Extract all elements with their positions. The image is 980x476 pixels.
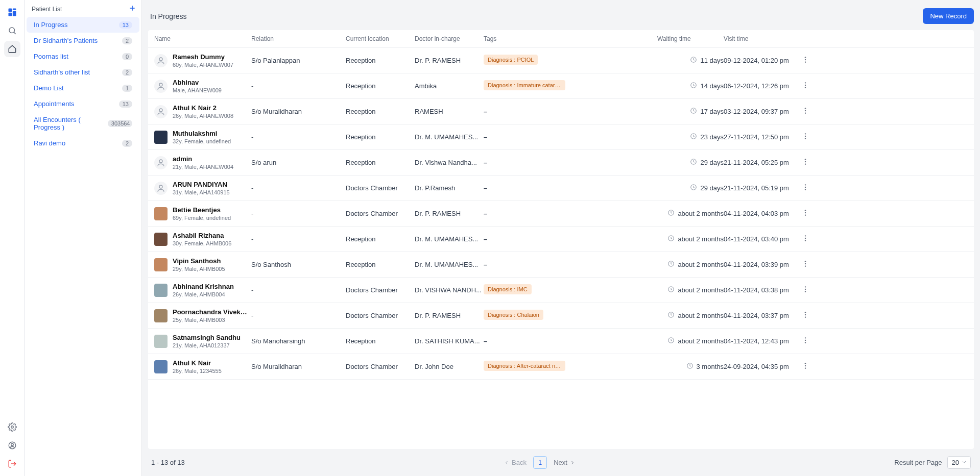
row-actions-button[interactable] [798,311,813,320]
row-actions-button[interactable] [798,260,813,269]
patient-meta: Male, AHANEW009 [173,87,222,93]
home-icon[interactable] [4,41,20,57]
sidebar-item[interactable]: Demo List1 [27,80,139,96]
svg-point-22 [159,109,162,112]
row-actions-button[interactable] [798,132,813,142]
row-actions-button[interactable] [798,183,813,193]
svg-point-38 [805,184,806,185]
svg-point-51 [805,263,806,264]
logout-icon[interactable] [4,456,20,472]
search-icon[interactable] [4,22,20,39]
table-row[interactable]: Ashabil Rizhana30y, Female, AHMB006-Rece… [148,227,974,252]
col-header-location: Current location [346,35,415,42]
cell-visit: 04-11-2024, 03:40 pm [724,235,798,243]
pager-page-1[interactable]: 1 [533,456,547,469]
avatar [154,156,168,169]
avatar [154,284,168,297]
result-range: 1 - 13 of 13 [151,459,185,466]
sidebar-item[interactable]: Appointments13 [27,96,139,112]
table-row[interactable]: Satnamsingh Sandhu21y, Male, AHA012337S/… [148,329,974,354]
table-row[interactable]: admin21y, Male, AHANEW004S/o arunRecepti… [148,150,974,176]
table-row[interactable]: Muthulakshmi32y, Female, undefined-Recep… [148,124,974,150]
avatar [154,360,168,373]
cell-tags: – [484,235,657,243]
new-record-button[interactable]: New Record [923,8,974,24]
patient-meta: 25y, Male, AHMB003 [173,317,249,323]
cell-location: Reception [346,57,415,64]
svg-point-60 [805,316,806,317]
add-list-button[interactable] [128,4,136,14]
cell-doctor: Dr. M. UMAMAHES... [415,235,484,243]
patient-name: Poornachandra Viveka... [173,308,249,316]
patient-name: Ashabil Rizhana [173,232,231,239]
profile-icon[interactable] [4,437,20,454]
row-actions-button[interactable] [798,234,813,244]
settings-icon[interactable] [4,419,20,435]
cell-location: Doctors Chamber [346,286,415,294]
table-row[interactable]: Poornachandra Viveka...25y, Male, AHMB00… [148,303,974,329]
sidebar-item[interactable]: All Encounters ( Progress )303564 [27,112,139,135]
rpp-select[interactable]: 20 [947,456,971,469]
patient-name: Bettie Beentjes [173,206,231,214]
svg-rect-1 [12,9,16,10]
svg-point-34 [805,161,806,162]
cell-location: Reception [346,82,415,90]
cell-tags: Diagnosis : Immature cataract ... [484,80,657,92]
svg-point-44 [805,214,806,215]
avatar [154,182,168,195]
cell-visit: 04-11-2024, 03:39 pm [724,261,798,268]
patient-name: Ramesh Dummy [173,53,233,61]
table-row[interactable]: Bettie Beentjes69y, Female, undefined-Do… [148,201,974,227]
row-actions-button[interactable] [798,107,813,116]
row-actions-button[interactable] [798,336,813,346]
cell-relation: S/o Manoharsingh [251,337,346,345]
row-actions-button[interactable] [798,56,813,65]
cell-visit: 21-11-2024, 05:25 pm [724,159,798,166]
table-footer: 1 - 13 of 13 Back 1 Next Result per Page… [142,449,980,476]
rpp-label: Result per Page [894,459,942,466]
patient-meta: 60y, Male, AHANEW007 [173,62,233,68]
clock-icon [667,235,675,243]
cell-visit: 04-11-2024, 04:03 pm [724,210,798,217]
table-row[interactable]: Abhinand Krishnan26y, Male, AHMB004-Doct… [148,278,974,303]
svg-point-54 [805,286,806,287]
sidebar-title: Patient List [32,6,62,13]
table-row[interactable]: ARUN PANDIYAN31y, Male, AHA140915-Doctor… [148,176,974,201]
svg-point-17 [159,83,162,86]
clock-icon [690,107,697,116]
patient-meta: 32y, Female, undefined [173,138,231,144]
row-actions-button[interactable] [798,158,813,167]
diagnosis-tag: Diagnosis : IMC [484,284,532,294]
patient-name: Athul K Nair 2 [173,104,233,112]
dashboard-icon[interactable] [4,4,20,20]
table-row[interactable]: Vipin Santhosh29y, Male, AHMB005S/o Sant… [148,252,974,278]
sidebar-item[interactable]: In Progress13 [27,17,139,33]
sidebar-item[interactable]: Ravi demo2 [27,135,139,151]
table-header: Name Relation Current location Doctor in… [148,30,974,48]
cell-waiting: about 2 months [657,235,724,243]
table-row[interactable]: Ramesh Dummy60y, Male, AHANEW007S/o Pala… [148,48,974,73]
svg-point-24 [805,108,806,109]
pager-next[interactable]: Next [549,456,580,469]
table-row[interactable]: Athul K Nair26y, Male, 1234555S/o Murali… [148,354,974,380]
clock-icon [667,337,675,345]
cell-waiting: 14 days [657,82,724,90]
col-header-tags: Tags [484,35,657,42]
sidebar-item[interactable]: Sidharth's other list2 [27,64,139,80]
svg-point-36 [159,185,162,188]
svg-point-47 [805,238,806,239]
table-row[interactable]: Athul K Nair 226y, Male, AHANEW008S/o Mu… [148,99,974,124]
sidebar-item[interactable]: Poornas list0 [27,48,139,64]
row-actions-button[interactable] [798,209,813,218]
avatar [154,309,168,322]
row-actions-button[interactable] [798,81,813,91]
pager-back[interactable]: Back [499,456,531,469]
patient-name: Abhinav [173,79,222,86]
avatar [154,80,168,93]
avatar [154,105,168,118]
table-row[interactable]: AbhinavMale, AHANEW009-ReceptionAmbikaDi… [148,73,974,99]
row-actions-button[interactable] [798,285,813,295]
svg-point-56 [805,291,806,292]
sidebar-item[interactable]: Dr Sidharth's Patients2 [27,33,139,48]
row-actions-button[interactable] [798,362,813,371]
